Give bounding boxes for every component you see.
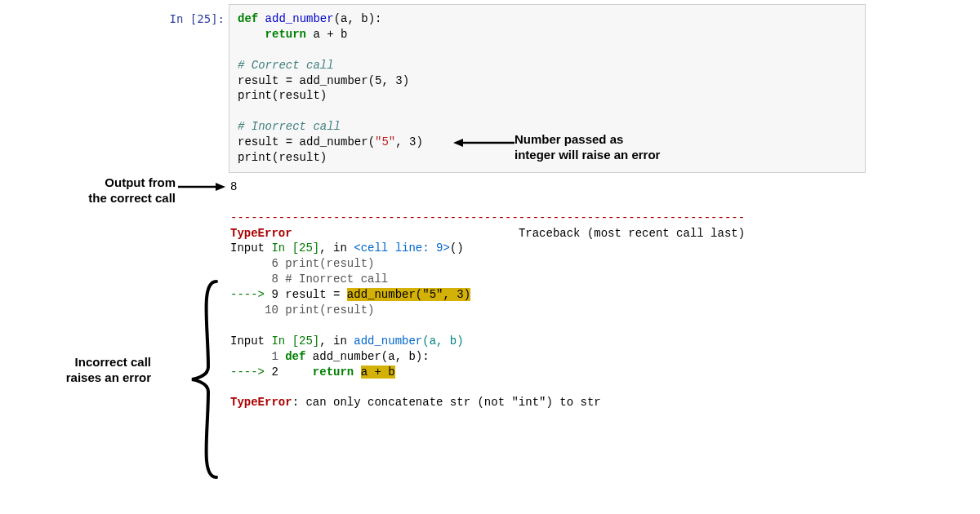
code-text: result = add_number(	[238, 135, 375, 148]
trace-highlight: add_number("5", 3)	[347, 288, 470, 301]
code-text: result = add_number(5, 3)	[238, 74, 409, 87]
code-text: print(result)	[238, 151, 327, 164]
trace-line: Input	[230, 241, 271, 255]
string-literal: "5"	[375, 135, 395, 148]
trace-in: In [25]	[271, 335, 319, 348]
trace-highlight: a + b	[361, 366, 395, 379]
code-text: a + b	[306, 28, 347, 41]
trace-context: 6 print(result)	[230, 257, 374, 270]
trace-lineno: 2	[271, 366, 312, 379]
error-type: TypeError	[230, 227, 292, 240]
brace-icon	[188, 277, 220, 481]
annotation-text: raises an error	[66, 370, 151, 384]
output-area: 8 --------------------------------------…	[229, 173, 866, 410]
trace-line: , in	[319, 335, 354, 348]
annotation-text: the correct call	[88, 191, 176, 205]
trace-in: In [25]	[271, 241, 319, 255]
keyword-def: def	[285, 350, 305, 363]
trace-lineno: 9	[271, 288, 285, 301]
keyword-def: def	[238, 12, 258, 25]
trace-context: 10 print(result)	[230, 304, 374, 317]
trace-location: <cell line: 9>	[354, 241, 450, 255]
comment: # Correct call	[238, 59, 334, 72]
keyword-return: return	[313, 366, 354, 379]
trace-line: ()	[450, 241, 464, 255]
trace-args: (a, b)	[422, 335, 463, 348]
annotation-right: Number passed as integer will raise an e…	[514, 132, 694, 163]
output-correct: 8	[230, 180, 237, 193]
trace-line: add_number(a, b):	[305, 350, 429, 363]
trace-arrow: ---->	[230, 366, 271, 379]
error-message: : can only concatenate str (not "int") t…	[292, 396, 601, 409]
code-text: , 3)	[395, 135, 423, 148]
arrow-icon	[453, 137, 514, 148]
trace-line	[354, 366, 360, 379]
keyword-return: return	[238, 28, 306, 41]
svg-marker-3	[216, 183, 225, 191]
trace-line: result =	[285, 288, 347, 301]
trace-arrow: ---->	[230, 288, 271, 301]
comment: # Inorrect call	[238, 120, 341, 133]
svg-marker-1	[453, 139, 463, 147]
input-prompt: In [25]:	[159, 11, 225, 27]
trace-lineno: 1	[230, 350, 285, 363]
traceback-label: Traceback (most recent call last)	[519, 227, 745, 240]
annotation-text: Output from	[105, 175, 176, 189]
function-name: add_number	[258, 12, 333, 25]
trace-context: 8 # Inorrect call	[230, 273, 388, 286]
notebook-cell: def add_number(a, b): return a + b # Cor…	[229, 4, 866, 410]
trace-function: add_number	[354, 335, 422, 348]
arrow-icon	[178, 181, 227, 193]
trace-line: Input	[230, 335, 271, 348]
annotation-text: Number passed as	[514, 132, 623, 146]
annotation-text: integer will raise an error	[514, 148, 660, 162]
error-type-final: TypeError	[230, 396, 292, 409]
annotation-output: Output from the correct call	[61, 175, 176, 206]
trace-line: , in	[319, 241, 354, 255]
code-text: (a, b):	[334, 12, 382, 25]
annotation-error: Incorrect call raises an error	[37, 355, 151, 386]
error-divider: ----------------------------------------…	[230, 211, 745, 224]
code-text: print(result)	[238, 89, 327, 102]
annotation-text: Incorrect call	[75, 355, 151, 369]
